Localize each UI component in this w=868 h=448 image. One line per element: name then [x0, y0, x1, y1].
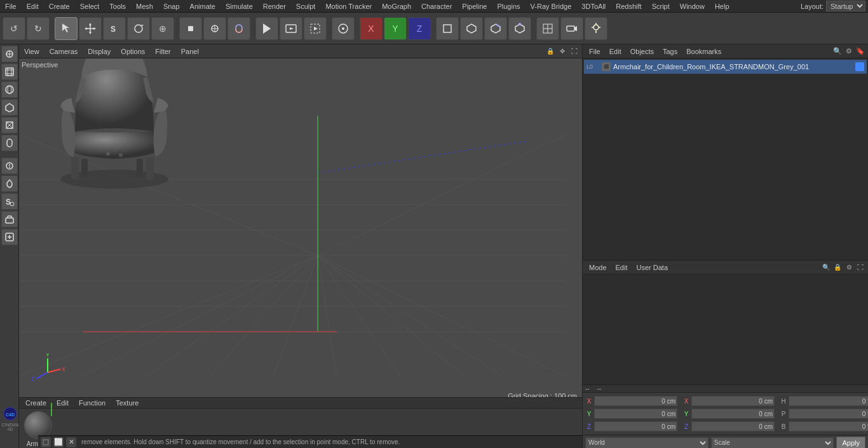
obj-menu-bookmarks[interactable]: Bookmarks — [682, 46, 725, 57]
menu-snap[interactable]: Snap — [158, 1, 185, 11]
pos2-z-input[interactable] — [691, 421, 775, 431]
light-button[interactable] — [585, 17, 607, 40]
sidebar-btn-11[interactable] — [1, 229, 18, 245]
redo-button[interactable]: ↻ — [27, 17, 50, 40]
menu-character[interactable]: Character — [416, 1, 457, 11]
sidebar-btn-10[interactable] — [1, 211, 18, 227]
transform-tool-button[interactable]: ⊕ — [151, 17, 174, 40]
obj-menu-file[interactable]: File — [585, 46, 604, 57]
attr-menu-userdata[interactable]: User Data — [633, 262, 672, 273]
vp-menu-cameras[interactable]: Cameras — [47, 46, 81, 57]
menu-motion-tracker[interactable]: Motion Tracker — [320, 1, 377, 11]
mat-menu-edit[interactable]: Edit — [53, 398, 72, 408]
menu-render[interactable]: Render — [258, 1, 291, 11]
scale-dropdown[interactable]: Scale — [711, 437, 834, 449]
status-icon-3[interactable]: ✕ — [66, 437, 76, 447]
obj-menu-objects[interactable]: Objects — [627, 46, 658, 57]
menu-pipeline[interactable]: Pipeline — [457, 1, 492, 11]
z-axis-button[interactable]: Z — [408, 17, 431, 40]
camera-button[interactable] — [560, 17, 583, 40]
y-axis-button[interactable]: Y — [384, 17, 407, 40]
obj-tag[interactable] — [855, 62, 864, 71]
rotate-tool-button[interactable] — [127, 17, 150, 40]
menu-help[interactable]: Help — [710, 1, 735, 11]
menu-animate[interactable]: Animate — [185, 1, 220, 11]
pos2-y-input[interactable] — [691, 409, 775, 419]
obj-bookmark-btn[interactable]: 🔖 — [855, 46, 865, 57]
render-button[interactable] — [255, 17, 278, 40]
sidebar-btn-6[interactable] — [1, 135, 18, 151]
menu-sculpt[interactable]: Sculpt — [291, 1, 321, 11]
attr-expand-icon[interactable]: ⛶ — [855, 262, 865, 273]
rotate3d-button[interactable] — [227, 17, 250, 40]
pos2-x-input[interactable] — [691, 396, 775, 406]
menu-mograph[interactable]: MoGraph — [377, 1, 416, 11]
edge-mode-button[interactable] — [484, 17, 507, 40]
menu-window[interactable]: Window — [675, 1, 710, 11]
pos-y-input[interactable] — [594, 409, 677, 419]
menu-create[interactable]: Create — [44, 1, 75, 11]
attr-settings-icon[interactable]: ⚙ — [844, 262, 854, 273]
mat-menu-create[interactable]: Create — [22, 398, 50, 408]
menu-script[interactable]: Script — [647, 1, 675, 11]
sidebar-btn-1[interactable] — [1, 46, 18, 62]
mat-menu-function[interactable]: Function — [75, 398, 109, 408]
rot-h-input[interactable] — [789, 396, 868, 406]
wireframe-button[interactable] — [536, 17, 559, 40]
vp-menu-panel[interactable]: Panel — [179, 46, 201, 57]
sidebar-btn-7[interactable] — [1, 158, 18, 174]
object-mode-button[interactable] — [436, 17, 459, 40]
object-row-armchair[interactable]: L0 ⬛ Armchair_for_Children_Room_IKEA_STR… — [584, 60, 867, 74]
sidebar-btn-9[interactable]: S — [1, 193, 18, 210]
status-icon-2[interactable]: ⬜ — [53, 437, 64, 447]
obj-search-btn[interactable]: 🔍 — [832, 46, 843, 57]
move-tool-button[interactable] — [79, 17, 102, 40]
polygon-mode-button[interactable] — [460, 17, 483, 40]
vp-menu-options[interactable]: Options — [118, 46, 147, 57]
rot-p-input[interactable] — [789, 409, 868, 419]
mat-menu-texture[interactable]: Texture — [112, 398, 142, 408]
menu-file[interactable]: File — [0, 1, 22, 11]
vp-icon-move[interactable]: ✥ — [557, 46, 567, 57]
attr-search-icon[interactable]: 🔍 — [821, 262, 831, 273]
sidebar-btn-3[interactable] — [1, 81, 18, 98]
menu-tools[interactable]: Tools — [104, 1, 131, 11]
obj-menu-edit[interactable]: Edit — [606, 46, 625, 57]
select-tool-button[interactable] — [55, 17, 78, 40]
pos-z-input[interactable] — [594, 421, 677, 431]
x-axis-button[interactable]: X — [360, 17, 383, 40]
menu-simulate[interactable]: Simulate — [220, 1, 258, 11]
sidebar-btn-4[interactable] — [1, 99, 18, 116]
point-mode-button[interactable] — [508, 17, 531, 40]
picture-viewer-button[interactable] — [280, 17, 302, 40]
world-dropdown[interactable]: World — [585, 437, 709, 449]
scale-tool-button[interactable]: S — [103, 17, 126, 40]
apply-button[interactable]: Apply — [836, 437, 865, 449]
vp-menu-view[interactable]: View — [22, 46, 42, 57]
viewport-3d[interactable]: Perspective — [19, 58, 582, 402]
vp-menu-filter[interactable]: Filter — [153, 46, 173, 57]
menu-redshift[interactable]: Redshift — [611, 1, 646, 11]
menu-select[interactable]: Select — [75, 1, 105, 11]
layout-dropdown[interactable]: Startup — [826, 1, 865, 11]
render-region-button[interactable] — [304, 17, 327, 40]
status-icon-1[interactable] — [41, 437, 51, 447]
snap-enable-button[interactable] — [332, 17, 355, 40]
vp-icon-lock[interactable]: 🔒 — [545, 46, 555, 57]
axis-button[interactable] — [203, 17, 226, 40]
obj-filter-btn[interactable]: ⚙ — [844, 46, 854, 57]
rot-b-input[interactable] — [789, 421, 868, 431]
menu-vray[interactable]: V-Ray Bridge — [526, 1, 577, 11]
sidebar-btn-5[interactable] — [1, 117, 18, 133]
attr-menu-edit[interactable]: Edit — [612, 262, 632, 273]
sidebar-btn-2[interactable] — [1, 64, 18, 80]
menu-3dtoall[interactable]: 3DToAll — [576, 1, 611, 11]
menu-mesh[interactable]: Mesh — [131, 1, 158, 11]
vp-icon-maximize[interactable]: ⛶ — [569, 46, 580, 57]
obj-menu-tags[interactable]: Tags — [659, 46, 681, 57]
attr-menu-mode[interactable]: Mode — [585, 262, 611, 273]
undo-button[interactable]: ↺ — [3, 17, 25, 40]
attr-lock-icon[interactable]: 🔒 — [832, 262, 843, 273]
menu-edit[interactable]: Edit — [22, 1, 44, 11]
object-axis-button[interactable] — [179, 17, 202, 40]
